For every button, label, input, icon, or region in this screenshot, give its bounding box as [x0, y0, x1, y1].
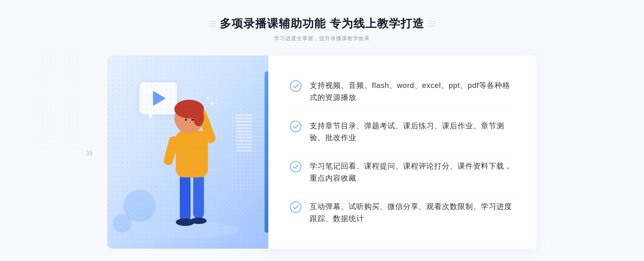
svg-point-15	[207, 97, 209, 99]
left-dots-decoration	[209, 21, 215, 27]
feature-text-2: 支持章节目录、弹题考试、课后练习、课后作业、章节测验、批改作业	[310, 120, 515, 144]
check-icon-1	[290, 80, 302, 92]
left-chevron-icon: »	[86, 146, 93, 159]
svg-point-4	[191, 218, 207, 224]
feature-item-2: 支持章节目录、弹题考试、课后练习、课后作业、章节测验、批改作业	[290, 112, 515, 152]
svg-rect-1	[180, 173, 191, 222]
svg-point-10	[193, 108, 204, 126]
page-title: 多项录播课辅助功能 专为线上教学打造	[220, 16, 424, 31]
svg-point-20	[290, 161, 301, 172]
svg-rect-5	[176, 130, 208, 177]
feature-text-1: 支持视频、音频、flash、word、excel、ppt、pdf等各种格式的资源…	[310, 80, 515, 104]
page-subtitle: 学习进度全掌握，提升录播课教学效果	[209, 35, 435, 42]
check-icon-4	[290, 201, 302, 213]
feature-text-4: 互动弹幕、试听购买、微信分享、观看次数限制、学习进度跟踪、数据统计	[310, 201, 515, 225]
page-wrapper: 多项录播课辅助功能 专为线上教学打造 学习进度全掌握，提升录播课教学效果 »	[0, 0, 644, 261]
right-dots-decoration	[429, 21, 435, 27]
person-illustration	[107, 55, 268, 249]
svg-rect-2	[193, 173, 204, 219]
check-icon-2	[290, 121, 302, 132]
svg-point-12	[191, 119, 193, 121]
main-content: »	[107, 55, 537, 249]
feature-item-1: 支持视频、音频、flash、word、excel、ppt、pdf等各种格式的资源…	[290, 72, 515, 112]
svg-point-18	[290, 81, 301, 91]
svg-point-13	[211, 102, 213, 105]
feature-item-4: 互动弹幕、试听购买、微信分享、观看次数限制、学习进度跟踪、数据统计	[290, 193, 515, 233]
svg-point-19	[290, 121, 301, 132]
features-panel: 支持视频、音频、flash、word、excel、ppt、pdf等各种格式的资源…	[268, 55, 537, 249]
header-section: 多项录播课辅助功能 专为线上教学打造 学习进度全掌握，提升录播课教学效果	[209, 16, 435, 42]
feature-text-3: 学习笔记回看、课程提问、课程评论打分、课件资料下载，重点内容收藏	[310, 160, 515, 184]
header-title-row: 多项录播课辅助功能 专为线上教学打造	[209, 16, 435, 31]
check-icon-3	[290, 161, 302, 173]
svg-point-21	[290, 202, 301, 212]
svg-point-11	[185, 119, 187, 121]
illustration-area	[107, 55, 268, 249]
svg-point-14	[215, 99, 217, 100]
feature-item-3: 学习笔记回看、课程提问、课程评论打分、课件资料下载，重点内容收藏	[290, 152, 515, 193]
